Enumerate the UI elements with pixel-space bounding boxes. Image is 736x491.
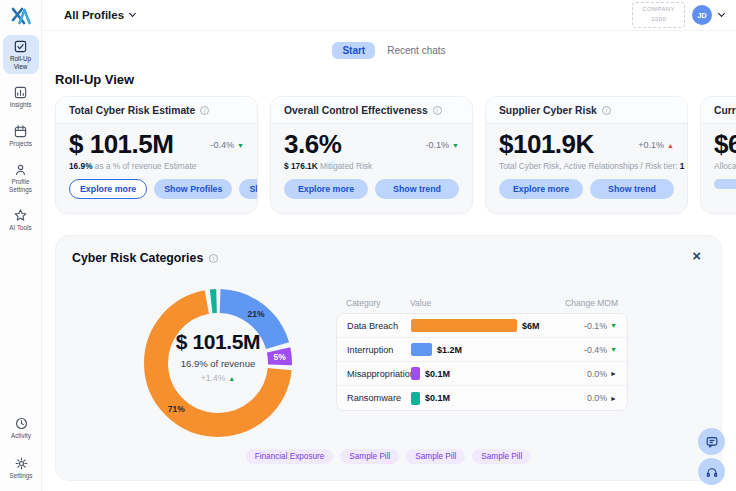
change-direction-icon: ▼ <box>237 142 244 149</box>
sidebar-item-insights[interactable]: Insights <box>3 81 39 112</box>
table-row-interruption: Interruption $1.2M -0.4% ▼ <box>337 338 627 362</box>
info-icon[interactable] <box>602 106 611 115</box>
category-change: 0.0% ► <box>587 393 617 403</box>
sidebar-item-label: Settings <box>10 472 33 480</box>
topbar: All Profiles COMPANY 1000 JD <box>42 0 736 31</box>
support-button[interactable] <box>698 458 725 485</box>
explore-more-button[interactable]: Explore more <box>499 179 583 199</box>
pill-sample-1[interactable]: Sample Pill <box>340 449 399 464</box>
category-table: Category Value Change MOM Data Breach $6… <box>336 298 628 411</box>
settings-gear-icon <box>14 456 29 471</box>
card-value: $6 <box>714 130 736 159</box>
category-label: Interruption <box>347 345 411 355</box>
all-profiles-dropdown[interactable]: All Profiles <box>64 9 135 21</box>
pill-sample-3[interactable]: Sample Pill <box>472 449 531 464</box>
card-body: $6 Allocat <box>701 124 736 171</box>
card-title: Overall Control Effectiveness <box>284 105 428 116</box>
show-profiles-button[interactable]: Show Profiles <box>154 179 232 199</box>
card-subtext: 16.9% as a % of revenue Estimate <box>69 161 244 171</box>
card-body: $ 101.5M -0.4% ▼ 16.9% as a % of revenue… <box>56 124 257 171</box>
table-row-data-breach: Data Breach $6M -0.1% ▼ <box>337 314 627 338</box>
card-title: Total Cyber Risk Estimate <box>69 105 195 116</box>
sidebar-nav: Roll-Up View Insights Projects Profile S… <box>3 35 39 235</box>
panel-title: Cyber Risk Categories <box>72 251 203 265</box>
main-content: Start Recent chats Roll-Up View Total Cy… <box>42 31 736 491</box>
change-direction-icon: ► <box>610 395 617 402</box>
explore-more-button[interactable] <box>714 179 736 189</box>
table-row-ransomware: Ransomware $0.1M 0.0% ► <box>337 386 627 410</box>
chat-tabs: Start Recent chats <box>42 42 736 59</box>
card-control-effectiveness: Overall Control Effectiveness 3.6% -0.1%… <box>270 96 473 214</box>
company-credits-line2: 1000 <box>642 15 675 25</box>
panel-header: Cyber Risk Categories <box>56 236 721 265</box>
category-label: Misappropriation <box>347 369 411 379</box>
card-clipped-right: Current $6 Allocat <box>700 96 736 214</box>
sidebar-item-profile-settings[interactable]: Profile Settings <box>3 158 39 197</box>
category-value-bar <box>411 392 420 405</box>
card-title: Current <box>714 105 736 116</box>
xa-logo-icon <box>9 6 33 26</box>
company-credits-button[interactable]: COMPANY 1000 <box>632 2 685 27</box>
profile-settings-icon <box>13 162 28 177</box>
column-header-value: Value <box>410 298 565 308</box>
chevron-down-icon <box>129 10 136 17</box>
change-value: -0.4% <box>211 140 235 150</box>
category-change: -0.1% ▼ <box>584 321 617 331</box>
pill-financial-exposure[interactable]: Financial Exposure <box>246 449 334 464</box>
chatbot-icon <box>705 435 719 449</box>
category-label: Data Breach <box>347 321 411 331</box>
chatbot-button[interactable] <box>698 428 725 455</box>
change-direction-icon: ▲ <box>667 142 674 149</box>
topbar-right-cluster: COMPANY 1000 JD <box>632 2 724 27</box>
sidebar-item-rollup-view[interactable]: Roll-Up View <box>3 35 39 74</box>
tab-start[interactable]: Start <box>332 42 375 59</box>
sidebar-item-label: Roll-Up View <box>10 55 31 71</box>
sidebar-item-label: AI Tools <box>9 224 31 232</box>
page-title: Roll-Up View <box>55 72 736 87</box>
sidebar-item-label: Insights <box>10 101 32 109</box>
info-icon[interactable] <box>209 254 218 263</box>
suggestion-pills: Financial Exposure Sample Pill Sample Pi… <box>56 449 721 464</box>
sidebar-item-settings[interactable]: Settings <box>3 452 39 483</box>
card-header: Current <box>701 97 736 124</box>
info-icon[interactable] <box>200 106 209 115</box>
risk-categories-donut-chart: 21%5%71% <box>137 282 299 444</box>
category-change: 0.0% ► <box>587 369 617 379</box>
rollup-view-icon <box>13 39 28 54</box>
tab-recent-chats[interactable]: Recent chats <box>387 45 445 56</box>
card-title: Supplier Cyber Risk <box>499 105 597 116</box>
change-value: -0.1% <box>426 140 450 150</box>
pill-sample-2[interactable]: Sample Pill <box>406 449 465 464</box>
floating-buttons <box>698 428 725 485</box>
show-trend-button[interactable]: Show trend <box>239 179 258 199</box>
show-trend-button[interactable]: Show trend <box>375 179 459 199</box>
table-row-misappropriation: Misappropriation $0.1M 0.0% ► <box>337 362 627 386</box>
sidebar-bottom-nav: Activity Settings <box>0 412 42 483</box>
projects-icon <box>13 124 28 139</box>
category-change: -0.4% ▼ <box>584 345 617 355</box>
sidebar-item-projects[interactable]: Projects <box>3 120 39 151</box>
card-total-cyber-risk: Total Cyber Risk Estimate $ 101.5M -0.4%… <box>55 96 258 214</box>
card-buttons <box>701 171 736 189</box>
cyber-risk-categories-panel: Cyber Risk Categories × 21%5%71% $ 101.5… <box>55 235 722 481</box>
category-table-header: Category Value Change MOM <box>336 298 628 313</box>
category-value: $0.1M <box>425 393 450 403</box>
card-header: Overall Control Effectiveness <box>271 97 472 124</box>
close-icon[interactable]: × <box>692 247 701 264</box>
sidebar-item-activity[interactable]: Activity <box>3 412 39 443</box>
account-chevron-down-icon[interactable] <box>718 10 725 17</box>
show-trend-button[interactable]: Show trend <box>590 179 674 199</box>
user-avatar[interactable]: JD <box>692 5 712 25</box>
card-subtext: Allocat <box>714 161 736 171</box>
insights-icon <box>13 85 28 100</box>
sidebar-item-label: Profile Settings <box>9 178 32 194</box>
company-credits-line1: COMPANY <box>642 5 675 15</box>
change-value: +0.1% <box>638 140 664 150</box>
card-header: Total Cyber Risk Estimate <box>56 97 257 124</box>
info-icon[interactable] <box>433 106 442 115</box>
card-buttons: Explore more Show trend <box>271 171 472 199</box>
donut-segment-label: 5% <box>274 352 287 362</box>
explore-more-button[interactable]: Explore more <box>69 179 147 199</box>
sidebar-item-ai-tools[interactable]: AI Tools <box>3 204 39 235</box>
explore-more-button[interactable]: Explore more <box>284 179 368 199</box>
